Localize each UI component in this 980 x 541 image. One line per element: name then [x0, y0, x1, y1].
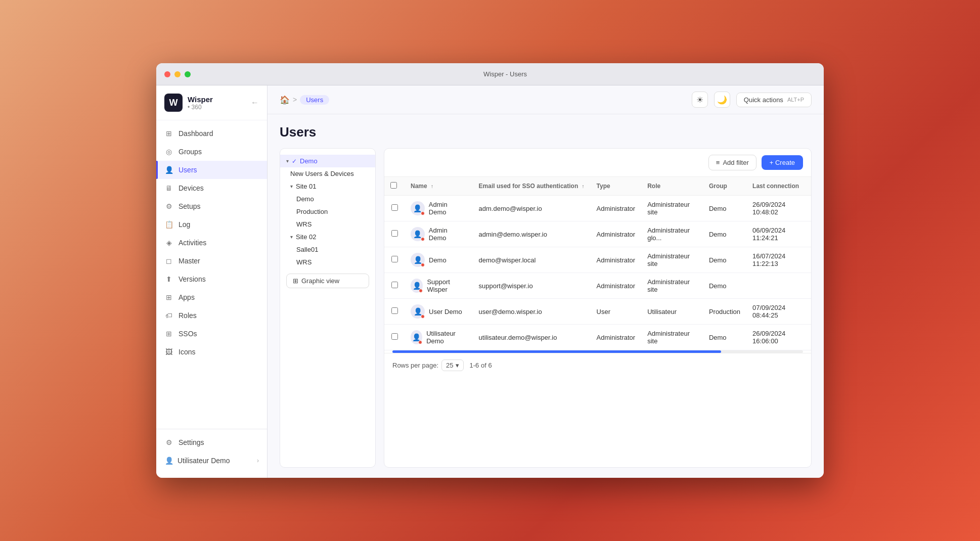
- avatar: 👤: [411, 304, 425, 319]
- sidebar-item-setups[interactable]: ⚙ Setups: [156, 197, 267, 215]
- log-icon: 📋: [164, 220, 173, 229]
- status-dot: [419, 289, 423, 293]
- cell-type: Administrator: [591, 247, 642, 273]
- cell-type: User: [591, 299, 642, 325]
- cell-group: Demo: [703, 221, 746, 247]
- select-all-cell[interactable]: [384, 177, 405, 196]
- groups-icon: ◎: [164, 147, 173, 156]
- create-button[interactable]: + Create: [762, 155, 803, 170]
- avatar: 👤: [411, 330, 422, 344]
- cell-role: Utilisateur: [641, 299, 703, 325]
- cell-last-connection: 26/09/2024 10:48:02: [746, 196, 811, 221]
- col-email[interactable]: Email used for SSO authentication ↑: [473, 177, 591, 196]
- tree-item-wrs1[interactable]: WRS: [280, 218, 375, 231]
- cell-type: Administrator: [591, 221, 642, 247]
- apps-icon: ⊞: [164, 293, 173, 302]
- row-checkbox-cell[interactable]: [384, 196, 405, 221]
- sidebar-item-devices[interactable]: 🖥 Devices: [156, 179, 267, 197]
- sidebar-item-ssos[interactable]: ⊞ SSOs: [156, 325, 267, 343]
- cell-role: Administrateur site: [641, 273, 703, 299]
- users-table: Name ↑ Email used for SSO authentication…: [384, 177, 811, 350]
- sidebar-item-settings[interactable]: ⚙ Settings: [156, 433, 267, 452]
- tree-item-site01[interactable]: ▾ Site 01: [280, 180, 375, 193]
- select-all-checkbox[interactable]: [390, 182, 397, 189]
- table-footer: Rows per page: 25 ▾ 1-6 of 6: [384, 353, 811, 377]
- row-checkbox-cell[interactable]: [384, 325, 405, 350]
- sidebar-nav: ⊞ Dashboard ◎ Groups 👤 Users 🖥 Devices ⚙: [156, 124, 267, 429]
- main-window: Wisper - Users W Wisper • 360 ← ⊞ Dashbo…: [156, 63, 824, 478]
- status-dot: [421, 263, 425, 267]
- row-checkbox-cell[interactable]: [384, 247, 405, 273]
- devices-icon: 🖥: [164, 184, 173, 193]
- tree-item-new-users[interactable]: New Users & Devices: [280, 167, 375, 180]
- col-last-connection: Last connection: [746, 177, 811, 196]
- sidebar-item-activities[interactable]: ◈ Activities: [156, 234, 267, 252]
- users-icon: 👤: [164, 165, 173, 174]
- sidebar-item-dashboard[interactable]: ⊞ Dashboard: [156, 124, 267, 143]
- sidebar-item-master[interactable]: ◻ Master: [156, 252, 267, 270]
- row-checkbox[interactable]: [391, 282, 398, 288]
- avatar: 👤: [411, 253, 425, 267]
- sidebar-item-icons[interactable]: 🖼 Icons: [156, 343, 267, 361]
- maximize-button[interactable]: [185, 71, 191, 77]
- sidebar-item-user[interactable]: 👤 Utilisateur Demo ›: [156, 452, 267, 470]
- row-checkbox[interactable]: [391, 307, 398, 314]
- row-checkbox[interactable]: [391, 333, 398, 340]
- tree-item-demo[interactable]: ▾ ✓ Demo: [280, 155, 375, 167]
- tree-item-salle01[interactable]: Salle01: [280, 243, 375, 256]
- settings-icon: ⚙: [164, 438, 173, 447]
- scrollbar-thumb[interactable]: [392, 350, 721, 353]
- tree-item-demo-sub[interactable]: Demo: [280, 193, 375, 205]
- table-row: 👤 Admin Demo adm.demo@wisper.io Administ…: [384, 196, 811, 221]
- sidebar-item-roles[interactable]: 🏷 Roles: [156, 306, 267, 325]
- master-icon: ◻: [164, 256, 173, 265]
- topbar: 🏠 > Users ☀ 🌙 Quick actions ALT+P: [268, 85, 824, 114]
- row-checkbox[interactable]: [391, 204, 398, 211]
- cell-last-connection: 06/09/2024 11:24:21: [746, 221, 811, 247]
- row-checkbox[interactable]: [391, 230, 398, 237]
- minimize-button[interactable]: [174, 71, 181, 77]
- table-row: 👤 User Demo user@demo.wisper.io User Uti…: [384, 299, 811, 325]
- row-checkbox-cell[interactable]: [384, 299, 405, 325]
- home-icon[interactable]: 🏠: [280, 95, 290, 105]
- sidebar-item-users[interactable]: 👤 Users: [156, 161, 267, 179]
- avatar: 👤: [411, 227, 425, 241]
- dark-mode-button[interactable]: 🌙: [714, 92, 730, 108]
- sort-arrow-icon: ↑: [431, 184, 433, 189]
- tree-item-site02[interactable]: ▾ Site 02: [280, 231, 375, 243]
- sidebar-item-versions[interactable]: ⬆ Versions: [156, 270, 267, 288]
- close-button[interactable]: [164, 71, 170, 77]
- col-name[interactable]: Name ↑: [405, 177, 473, 196]
- col-type: Type: [591, 177, 642, 196]
- sidebar-item-log[interactable]: 📋 Log: [156, 215, 267, 234]
- light-mode-button[interactable]: ☀: [692, 92, 708, 108]
- main-content: 🏠 > Users ☀ 🌙 Quick actions ALT+P Users: [268, 85, 824, 478]
- brand-area: W Wisper • 360 ←: [156, 85, 267, 120]
- cell-type: Administrator: [591, 325, 642, 350]
- graphic-view-button[interactable]: ⊞ Graphic view: [286, 274, 369, 288]
- sidebar-item-groups[interactable]: ◎ Groups: [156, 143, 267, 161]
- brand-badge: • 360: [188, 104, 246, 111]
- table-header: Name ↑ Email used for SSO authentication…: [384, 177, 811, 196]
- cell-group: Demo: [703, 273, 746, 299]
- content-body: ▾ ✓ Demo New Users & Devices ▾ Site 01: [280, 148, 812, 468]
- versions-icon: ⬆: [164, 275, 173, 284]
- breadcrumb-current: Users: [300, 95, 329, 105]
- sidebar-toggle-icon[interactable]: ←: [251, 98, 259, 107]
- cell-role: Administrateur site: [641, 196, 703, 221]
- add-filter-button[interactable]: ≡ Add filter: [708, 155, 756, 170]
- cell-group: Demo: [703, 247, 746, 273]
- per-page-dropdown[interactable]: 25 ▾: [441, 359, 463, 371]
- sidebar-item-apps[interactable]: ⊞ Apps: [156, 288, 267, 306]
- brand-info: Wisper • 360: [188, 95, 246, 111]
- row-checkbox[interactable]: [391, 256, 398, 262]
- tree-item-wrs2[interactable]: WRS: [280, 256, 375, 268]
- cell-email: adm.demo@wisper.io: [473, 196, 591, 221]
- tree-item-production[interactable]: Production: [280, 205, 375, 218]
- row-checkbox-cell[interactable]: [384, 273, 405, 299]
- horizontal-scrollbar[interactable]: [392, 350, 803, 353]
- quick-actions-button[interactable]: Quick actions ALT+P: [736, 93, 812, 107]
- row-checkbox-cell[interactable]: [384, 221, 405, 247]
- rows-per-page: Rows per page: 25 ▾: [392, 359, 464, 371]
- cell-group: Production: [703, 299, 746, 325]
